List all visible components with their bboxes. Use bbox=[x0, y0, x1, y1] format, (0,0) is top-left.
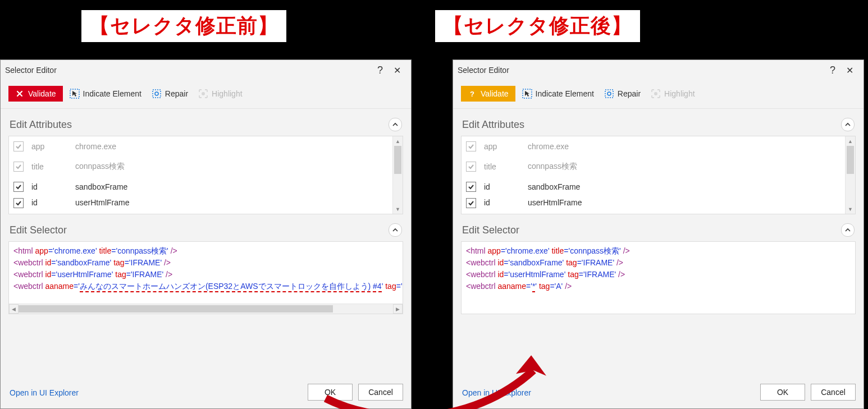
scroll-down-button[interactable]: ▼ bbox=[393, 204, 403, 214]
indicate-icon bbox=[522, 89, 532, 99]
edit-selector-heading: Edit Selector bbox=[462, 224, 841, 236]
scroll-up-button[interactable]: ▲ bbox=[393, 136, 403, 146]
attr-name: app bbox=[484, 142, 528, 151]
cancel-button[interactable]: Cancel bbox=[358, 384, 403, 401]
open-ui-explorer-link[interactable]: Open in UI Explorer bbox=[10, 388, 79, 397]
selector-line: <html app='chrome.exe' title='connpass検索… bbox=[13, 245, 398, 257]
v-scrollbar[interactable]: ▲▼ bbox=[845, 136, 855, 214]
indicate-label: Indicate Element bbox=[536, 89, 594, 98]
attr-name: title bbox=[31, 162, 75, 171]
attr-name: id bbox=[484, 182, 528, 191]
header-before-label: 【セレクタ修正前】 bbox=[81, 10, 286, 42]
selector-textarea-before[interactable]: <html app='chrome.exe' title='connpass検索… bbox=[8, 241, 403, 314]
header-after-label: 【セレクタ修正後】 bbox=[435, 10, 640, 42]
attr-checkbox[interactable] bbox=[466, 182, 476, 192]
attr-checkbox bbox=[466, 162, 476, 172]
open-ui-explorer-link[interactable]: Open in UI Explorer bbox=[462, 388, 531, 397]
validate-label: Validate bbox=[481, 89, 509, 98]
edit-attributes-heading: Edit Attributes bbox=[462, 119, 841, 131]
validate-button[interactable]: ? Validate bbox=[461, 86, 515, 102]
help-button[interactable]: ? bbox=[824, 65, 841, 76]
attr-value: chrome.exe bbox=[75, 142, 398, 151]
indicate-element-button[interactable]: Indicate Element bbox=[519, 86, 597, 102]
repair-label: Repair bbox=[165, 89, 188, 98]
scroll-thumb[interactable] bbox=[847, 146, 854, 174]
selector-line: <webctrl id='sandboxFrame' tag='IFRAME' … bbox=[13, 257, 398, 269]
repair-label: Repair bbox=[618, 89, 641, 98]
ok-button[interactable]: OK bbox=[760, 384, 805, 401]
scroll-down-button[interactable]: ▼ bbox=[846, 204, 855, 214]
svg-rect-1 bbox=[153, 90, 161, 98]
collapse-selector-button[interactable] bbox=[389, 223, 402, 237]
attr-row: iduserHtmlFrame bbox=[462, 197, 855, 214]
validate-unknown-icon: ? bbox=[468, 89, 477, 98]
attr-checkbox bbox=[13, 162, 24, 172]
scroll-left-button[interactable]: ◀ bbox=[9, 304, 19, 314]
attr-value: userHtmlFrame bbox=[528, 198, 851, 207]
h-scrollbar[interactable]: ◀ ▶ bbox=[9, 304, 403, 314]
attr-row: titleconnpass検索 bbox=[462, 157, 855, 177]
ok-button[interactable]: OK bbox=[308, 384, 353, 401]
validate-button[interactable]: Validate bbox=[8, 86, 63, 102]
highlight-button: Highlight bbox=[195, 86, 245, 102]
attr-value: sandboxFrame bbox=[528, 182, 851, 191]
attr-row: appchrome.exe bbox=[462, 136, 855, 157]
selector-line: <webctrl aaname='*' tag='A' /> bbox=[466, 281, 851, 292]
attr-checkbox bbox=[466, 141, 476, 151]
validate-label: Validate bbox=[28, 89, 56, 98]
attr-checkbox[interactable] bbox=[466, 198, 476, 208]
repair-button[interactable]: Repair bbox=[601, 86, 644, 102]
attr-value: connpass検索 bbox=[75, 162, 398, 172]
collapse-selector-button[interactable] bbox=[841, 223, 855, 237]
chevron-up-icon bbox=[392, 228, 398, 232]
window-title: Selector Editor bbox=[458, 66, 824, 75]
collapse-attributes-button[interactable] bbox=[389, 118, 402, 131]
attr-row: iduserHtmlFrame bbox=[9, 197, 403, 214]
help-button[interactable]: ? bbox=[372, 65, 389, 76]
attr-name: app bbox=[31, 142, 75, 151]
highlight-label: Highlight bbox=[664, 89, 695, 98]
validate-error-icon bbox=[15, 89, 24, 98]
scroll-right-button[interactable]: ▶ bbox=[393, 304, 403, 314]
selector-line: <webctrl id='userHtmlFrame' tag='IFRAME'… bbox=[466, 269, 851, 281]
svg-point-2 bbox=[155, 92, 158, 95]
chevron-up-icon bbox=[392, 122, 398, 127]
attr-name: id bbox=[484, 198, 528, 207]
indicate-element-button[interactable]: Indicate Element bbox=[66, 86, 145, 102]
attr-row: idsandboxFrame bbox=[462, 177, 855, 197]
attr-checkbox[interactable] bbox=[13, 198, 24, 208]
selector-editor-after: Selector Editor ? ✕ ? Validate Indicate … bbox=[453, 59, 864, 409]
highlight-button: Highlight bbox=[647, 86, 698, 102]
selector-line: <html app='chrome.exe' title='connpass検索… bbox=[466, 245, 851, 257]
collapse-attributes-button[interactable] bbox=[841, 118, 855, 131]
scroll-thumb[interactable] bbox=[19, 305, 333, 313]
v-scrollbar[interactable]: ▲▼ bbox=[392, 136, 403, 214]
selector-line: <webctrl id='userHtmlFrame' tag='IFRAME'… bbox=[13, 269, 398, 281]
scroll-up-button[interactable]: ▲ bbox=[846, 136, 855, 146]
selector-line: <webctrl id='sandboxFrame' tag='IFRAME' … bbox=[466, 257, 851, 269]
attr-value: chrome.exe bbox=[528, 142, 851, 151]
indicate-icon bbox=[70, 89, 80, 99]
attr-row: idsandboxFrame bbox=[9, 177, 403, 197]
window-title: Selector Editor bbox=[5, 66, 372, 75]
close-button[interactable]: ✕ bbox=[389, 65, 405, 76]
attr-checkbox bbox=[13, 141, 24, 151]
edit-selector-heading: Edit Selector bbox=[10, 224, 389, 236]
attr-value: userHtmlFrame bbox=[75, 198, 398, 207]
attr-name: title bbox=[484, 162, 528, 171]
cancel-button[interactable]: Cancel bbox=[811, 384, 856, 401]
repair-button[interactable]: Repair bbox=[148, 86, 191, 102]
attr-checkbox[interactable] bbox=[13, 182, 24, 192]
selector-textarea-after[interactable]: <html app='chrome.exe' title='connpass検索… bbox=[461, 241, 856, 314]
svg-point-7 bbox=[654, 92, 657, 95]
svg-rect-5 bbox=[605, 90, 613, 98]
chevron-up-icon bbox=[845, 122, 851, 127]
repair-icon bbox=[604, 89, 614, 99]
scroll-thumb[interactable] bbox=[394, 146, 401, 174]
selector-editor-before: Selector Editor ? ✕ Validate Indicate El… bbox=[0, 59, 412, 409]
attr-value: connpass検索 bbox=[528, 162, 851, 172]
attr-value: sandboxFrame bbox=[75, 182, 398, 191]
repair-icon bbox=[152, 89, 162, 99]
attr-row: appchrome.exe bbox=[9, 136, 403, 157]
close-button[interactable]: ✕ bbox=[841, 65, 858, 76]
